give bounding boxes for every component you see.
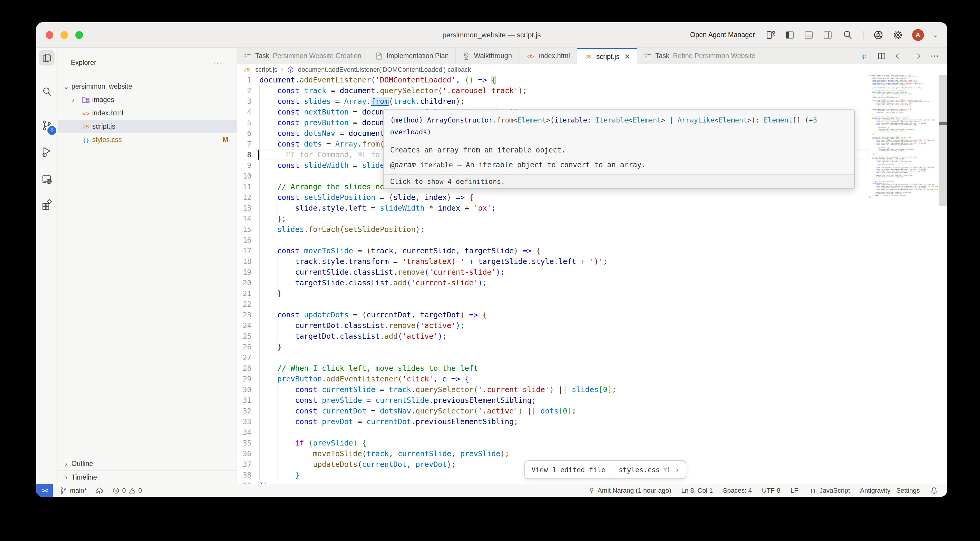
tab-task-persimmon-website-creation[interactable]: TaskPersimmon Website Creation: [237, 48, 368, 64]
line-number[interactable]: 2: [247, 85, 251, 96]
split-editor-icon[interactable]: [877, 52, 886, 61]
search-icon[interactable]: [842, 29, 853, 41]
line-number[interactable]: 14: [243, 214, 251, 224]
code-line[interactable]: moveToSlide(track, currentSlide, prevSli…: [259, 448, 509, 459]
line-number[interactable]: 30: [243, 385, 251, 395]
line-number[interactable]: 34: [243, 427, 251, 438]
code-line[interactable]: slide.style.left = slideWidth * index + …: [259, 203, 496, 214]
code-line[interactable]: targetSlide.classList.add('current-slide…: [259, 278, 487, 288]
minimap[interactable]: document.addEventListener('DOMContentLoa…: [869, 75, 938, 484]
line-number[interactable]: 8: [247, 150, 251, 160]
tab-implementation-plan[interactable]: Implementation Plan: [368, 48, 456, 64]
line-number[interactable]: 6: [247, 128, 251, 139]
line-number[interactable]: 5: [247, 118, 251, 128]
status-cursor-position[interactable]: Ln 8, Col 1: [681, 487, 713, 495]
hover-footer-link[interactable]: Click to show 4 definitions.: [383, 174, 854, 188]
status-language-mode[interactable]: { }JavaScript: [808, 487, 850, 495]
avatar[interactable]: A: [912, 29, 924, 41]
line-number[interactable]: 22: [243, 299, 251, 310]
code-line[interactable]: currentSlide.classList.remove('current-s…: [259, 267, 505, 278]
explorer-more-actions-button[interactable]: ···: [213, 58, 223, 67]
line-number[interactable]: 13: [243, 203, 251, 214]
line-number[interactable]: 21: [243, 288, 251, 299]
code-line[interactable]: if (prevSlide) {: [259, 438, 366, 448]
remote-indicator[interactable]: ><: [36, 484, 53, 497]
code-line[interactable]: const currentDot = dotsNav.querySelector…: [259, 406, 576, 417]
line-number[interactable]: 33: [243, 417, 251, 427]
code-editor[interactable]: 1234567891011121314151617181920212223242…: [237, 75, 947, 484]
arrow-left-icon[interactable]: [894, 51, 904, 61]
close-tab-button[interactable]: ✕: [624, 53, 630, 61]
tab-walkthrough[interactable]: Walkthrough: [456, 48, 519, 64]
line-number[interactable]: 31: [243, 395, 251, 406]
status-indentation[interactable]: Spaces: 4: [723, 487, 752, 495]
editor-gutter[interactable]: 1234567891011121314151617181920212223242…: [237, 75, 256, 484]
scrollbar-thumb[interactable]: [939, 75, 947, 206]
line-number[interactable]: 28: [243, 363, 251, 374]
breadcrumb-symbol[interactable]: document.addEventListener('DOMContentLoa…: [298, 66, 471, 73]
code-line[interactable]: });: [259, 480, 273, 484]
line-number[interactable]: 17: [243, 246, 251, 256]
sync-changes-button[interactable]: [95, 486, 104, 495]
outline-section[interactable]: › Outline: [58, 457, 237, 471]
arrow-right-icon[interactable]: [912, 51, 921, 61]
tree-item-script-js[interactable]: JSscript.js: [58, 120, 237, 133]
view-edited-file-button[interactable]: View 1 edited file: [525, 461, 612, 479]
activity-extensions-button[interactable]: [39, 197, 54, 212]
breadcrumb-file[interactable]: script.js: [255, 66, 277, 73]
line-number[interactable]: 3: [247, 96, 251, 107]
line-number[interactable]: 37: [243, 459, 251, 470]
account-chevron-down-icon[interactable]: ⌄: [933, 31, 938, 39]
code-line[interactable]: document.addEventListener('DOMContentLoa…: [259, 75, 496, 85]
code-line[interactable]: const track = document.querySelector('.c…: [259, 85, 527, 96]
tab-script-js[interactable]: JSscript.js✕: [577, 48, 637, 64]
activity-remote-button[interactable]: [39, 172, 54, 187]
activity-files-button[interactable]: [39, 50, 54, 65]
tree-item-styles-css[interactable]: { }styles.cssM: [58, 133, 237, 147]
code-line[interactable]: updateDots(currentDot, prevDot);: [259, 459, 456, 470]
code-line[interactable]: const moveToSlide = (track, currentSlide…: [259, 246, 540, 256]
layout-grid-icon[interactable]: [766, 30, 776, 40]
edited-file-button[interactable]: styles.css ⌥L ›: [612, 461, 686, 479]
line-number[interactable]: 32: [243, 406, 251, 417]
code-line[interactable]: const prevDot = currentDot.previousEleme…: [259, 417, 518, 427]
editor-scrollbar[interactable]: [938, 75, 947, 484]
code-line[interactable]: targetDot.classList.add('active');: [259, 331, 447, 342]
tree-item-persimmon-website[interactable]: ⌄persimmon_website: [58, 80, 237, 93]
line-number[interactable]: 25: [243, 331, 251, 342]
code-line[interactable]: const setSlidePosition = (slide, index) …: [259, 192, 474, 203]
ellipsis-icon[interactable]: [930, 51, 939, 61]
code-line[interactable]: }: [259, 342, 282, 353]
code-line[interactable]: };: [259, 214, 286, 224]
line-number[interactable]: 27: [243, 353, 251, 363]
code-line[interactable]: const prevSlide = currentSlide.previousE…: [259, 395, 536, 406]
problems-indicator[interactable]: 00: [112, 487, 142, 495]
line-number[interactable]: 20: [243, 278, 251, 288]
tab-index-html[interactable]: </>index.html: [519, 48, 577, 64]
timeline-section[interactable]: › Timeline: [58, 471, 237, 484]
panel-left-icon[interactable]: [785, 30, 795, 40]
line-number[interactable]: 7: [247, 139, 251, 150]
code-line[interactable]: const slides = Array.from(track.children…: [259, 96, 465, 107]
code-line[interactable]: currentDot.classList.remove('active');: [259, 320, 465, 331]
tab-task-refine-persimmon-website[interactable]: TaskRefine Persimmon Website: [637, 48, 762, 64]
code-line[interactable]: const currentSlide = track.querySelector…: [259, 385, 616, 395]
line-number[interactable]: 1: [247, 75, 251, 85]
code-line[interactable]: }: [259, 470, 299, 480]
status-author[interactable]: Amit Narang (1 hour ago): [588, 487, 671, 495]
tree-item-index-html[interactable]: </>index.html: [58, 107, 237, 120]
breadcrumb[interactable]: JS script.js › document.addEventListener…: [237, 64, 947, 75]
line-number[interactable]: 15: [243, 224, 251, 235]
line-number[interactable]: 9: [247, 160, 251, 171]
line-number[interactable]: 12: [243, 192, 251, 203]
line-number[interactable]: 36: [243, 448, 251, 459]
status-notifications[interactable]: [930, 487, 938, 495]
line-number[interactable]: 4: [247, 107, 251, 118]
status-eol[interactable]: LF: [791, 487, 798, 495]
line-number[interactable]: 10: [243, 171, 251, 182]
code-line[interactable]: }: [259, 288, 282, 299]
tree-item-images[interactable]: ›images: [58, 93, 237, 107]
code-line[interactable]: // When I click left, move slides to the…: [259, 363, 478, 374]
line-number[interactable]: 35: [243, 438, 251, 448]
code-line[interactable]: track.style.transform = 'translateX(-' +…: [259, 256, 608, 267]
